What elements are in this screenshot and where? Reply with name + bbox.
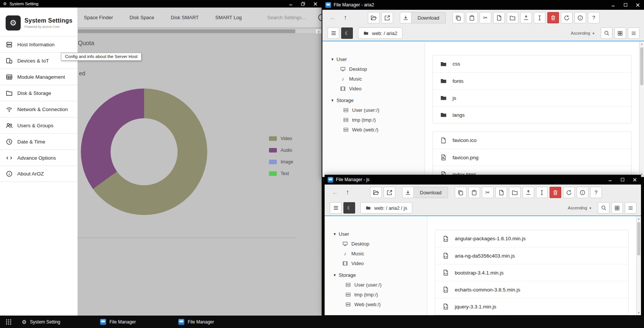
sidebar-item-disk-storage[interactable]: Disk & Storage xyxy=(0,85,77,101)
vertical-scrollbar[interactable]: ▲ ▼ xyxy=(639,41,644,177)
tree-item-desktop[interactable]: Desktop xyxy=(331,64,425,74)
open-folder-button[interactable] xyxy=(370,187,382,198)
file-row[interactable]: aria-ng-da5356c403.min.js xyxy=(435,247,628,264)
legend-item[interactable]: Video xyxy=(269,133,293,144)
delete-button[interactable] xyxy=(547,12,559,23)
cut-button[interactable]: ✂ xyxy=(482,187,494,198)
rename-button[interactable] xyxy=(534,12,545,23)
tree-section-user[interactable]: ▾User xyxy=(334,229,427,239)
tree-item-tmp-drive[interactable]: tmp (tmp:/) xyxy=(334,290,427,299)
new-file-button[interactable] xyxy=(495,187,507,198)
fm-titlebar[interactable]: File Manager - aria2 xyxy=(322,0,644,10)
download-button[interactable]: Download xyxy=(414,187,448,198)
legend-item[interactable]: Text xyxy=(269,168,293,179)
sidebar-item-date-time[interactable]: Date & Time xyxy=(0,133,77,150)
copy-button[interactable] xyxy=(455,187,466,198)
info-button[interactable] xyxy=(574,12,586,23)
tree-item-video[interactable]: Video xyxy=(334,258,427,268)
upload-button[interactable] xyxy=(520,12,532,23)
paste-button[interactable] xyxy=(466,12,478,23)
search-button[interactable] xyxy=(601,27,612,39)
scrollbar-thumb[interactable] xyxy=(78,29,295,33)
file-row[interactable]: favicon.png xyxy=(433,149,631,166)
scroll-up-icon[interactable]: ▲ xyxy=(639,43,644,45)
tab-disk-smart[interactable]: Disk SMART xyxy=(171,15,199,20)
sort-order-dropdown[interactable]: Ascending ▾ xyxy=(568,206,591,210)
sort-order-dropdown[interactable]: Ascending ▾ xyxy=(571,31,594,35)
settings-search-input[interactable] xyxy=(267,15,317,20)
minimize-button[interactable] xyxy=(604,175,616,185)
grid-view-button[interactable] xyxy=(611,202,623,214)
download-icon-button[interactable] xyxy=(402,187,414,198)
new-file-button[interactable] xyxy=(493,12,505,23)
sidebar-item-users-groups[interactable]: Users & Groups xyxy=(0,117,77,133)
tree-item-video[interactable]: Video xyxy=(331,84,425,93)
tab-disk-space[interactable]: Disk Space xyxy=(129,15,154,20)
tree-item-tmp-drive[interactable]: tmp (tmp:/) xyxy=(331,115,425,125)
rename-button[interactable] xyxy=(536,187,548,198)
maximize-button[interactable] xyxy=(297,0,309,8)
tree-section-storage[interactable]: ▾Storage xyxy=(331,95,425,105)
close-button[interactable] xyxy=(629,175,641,185)
settings-titlebar[interactable]: ⚙ System Setting xyxy=(0,0,322,8)
help-button[interactable]: ? xyxy=(588,12,600,23)
maximize-button[interactable] xyxy=(616,175,629,185)
breadcrumb[interactable]: web: / aria2 / js xyxy=(360,202,412,214)
breadcrumb[interactable]: web: / aria2 xyxy=(358,27,402,39)
sidebar-item-module-management[interactable]: Module Management xyxy=(0,69,77,85)
taskbar-item-file-manager-1[interactable]: File Manager xyxy=(96,316,174,328)
tab-space-finder[interactable]: Space Finder xyxy=(84,15,113,20)
refresh-button[interactable] xyxy=(561,12,573,23)
tree-item-web-drive[interactable]: Web (web:/) xyxy=(334,299,427,309)
scrollbar-thumb[interactable] xyxy=(640,47,643,85)
vertical-scrollbar[interactable]: ▲ ▼ xyxy=(636,216,641,315)
up-button[interactable]: ↑ xyxy=(342,187,353,198)
back-button[interactable]: ← xyxy=(328,12,338,23)
search-button[interactable] xyxy=(598,202,609,214)
tree-section-user[interactable]: ▾User xyxy=(331,54,425,64)
paste-button[interactable] xyxy=(468,187,480,198)
file-row[interactable]: angular-packages-1.6.10.min.js xyxy=(435,230,628,247)
file-row[interactable]: css xyxy=(433,55,631,72)
tree-item-desktop[interactable]: Desktop xyxy=(334,239,427,249)
download-icon-button[interactable] xyxy=(400,12,412,23)
scroll-down-icon[interactable]: ▼ xyxy=(636,311,641,314)
list-view-button[interactable] xyxy=(625,202,636,214)
minimize-button[interactable] xyxy=(607,0,619,10)
tree-item-user-drive[interactable]: User (user:/) xyxy=(334,280,427,290)
cut-button[interactable]: ✂ xyxy=(480,12,491,23)
copy-button[interactable] xyxy=(453,12,464,23)
download-button[interactable]: Download xyxy=(412,12,446,23)
legend-item[interactable]: Audio xyxy=(269,144,293,156)
help-button[interactable]: ? xyxy=(590,187,602,198)
scrollbar-thumb[interactable] xyxy=(637,222,640,255)
delete-button[interactable] xyxy=(550,187,561,198)
file-row[interactable]: langs xyxy=(433,106,631,123)
info-button[interactable] xyxy=(577,187,588,198)
fm-titlebar[interactable]: File Manager - js xyxy=(325,175,641,185)
file-row[interactable]: echarts-common-3.8.5.min.js xyxy=(435,281,628,298)
sidebar-item-advance-options[interactable]: Advance Options xyxy=(0,150,77,166)
file-row[interactable]: fonts xyxy=(433,72,631,89)
grid-view-button[interactable] xyxy=(614,27,626,39)
taskbar-item-system-setting[interactable]: ⚙ System Setting xyxy=(17,316,96,328)
dark-mode-toggle[interactable]: ☾ xyxy=(343,202,355,214)
tree-item-web-drive[interactable]: Web (web:/) xyxy=(331,125,425,134)
open-external-button[interactable] xyxy=(384,187,395,198)
close-button[interactable] xyxy=(632,0,644,10)
up-button[interactable]: ↑ xyxy=(340,12,351,23)
open-external-button[interactable] xyxy=(381,12,393,23)
menu-button[interactable] xyxy=(328,27,339,39)
scroll-right-button[interactable]: › xyxy=(315,29,322,34)
new-folder-button[interactable] xyxy=(509,187,521,198)
open-folder-button[interactable] xyxy=(368,12,380,23)
horizontal-scrollbar[interactable]: › xyxy=(78,29,322,34)
upload-button[interactable] xyxy=(522,187,534,198)
legend-item[interactable]: Image xyxy=(269,156,293,168)
list-view-button[interactable] xyxy=(628,27,639,39)
back-button[interactable]: ← xyxy=(330,187,340,198)
file-row[interactable]: favicon.ico xyxy=(433,132,631,149)
file-row[interactable]: js xyxy=(433,89,631,106)
scroll-up-icon[interactable]: ▲ xyxy=(636,217,641,220)
sidebar-item-host-information[interactable]: Host Information xyxy=(0,36,77,52)
